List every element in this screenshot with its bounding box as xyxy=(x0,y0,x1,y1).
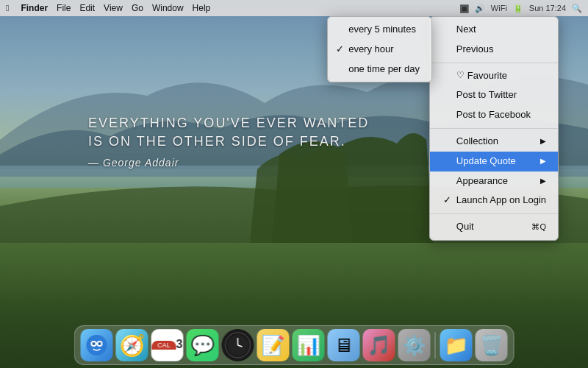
menu-appearance-label: Appearance xyxy=(456,174,508,189)
menu-quit-label: Quit xyxy=(456,219,474,235)
menubar-battery-icon[interactable]: 🔋 xyxy=(513,4,523,13)
menu-launch-login-label: Launch App on Login xyxy=(456,193,546,208)
svg-point-1 xyxy=(87,335,107,355)
menubar-file[interactable]: File xyxy=(57,3,71,13)
menubar-search-icon[interactable]: 🔍 xyxy=(572,4,582,13)
quote-text: EVERYTHING YOU'VE EVER WANTED IS ON THE … xyxy=(88,114,369,151)
main-context-menu: Next Previous ♡ Favourite Post to Twitte… xyxy=(429,16,559,241)
desktop:  Finder File Edit View Go Window Help ▣… xyxy=(0,0,588,368)
menu-appearance[interactable]: Appearance ▶ xyxy=(430,171,558,191)
launch-login-check: ✓ xyxy=(442,193,453,208)
menu-next-label: Next xyxy=(456,22,476,38)
menu-previous-label: Previous xyxy=(456,42,494,57)
menu-favourite[interactable]: ♡ Favourite xyxy=(430,66,558,86)
menubar-wifi-icon[interactable]: WiFi xyxy=(491,4,507,13)
dock-item-safari[interactable]: 🧭 xyxy=(116,329,148,361)
appearance-arrow: ▶ xyxy=(540,175,546,187)
menu-post-twitter[interactable]: Post to Twitter xyxy=(430,85,558,105)
menubar-view[interactable]: View xyxy=(104,3,123,13)
menubar-window[interactable]: Window xyxy=(152,3,184,13)
menu-post-twitter-label: Post to Twitter xyxy=(456,88,517,103)
submenu-everyhour[interactable]: ✓ every hour xyxy=(328,40,431,60)
dock-item-itunes[interactable]: 🎵 xyxy=(363,329,395,361)
menubar-app-icon[interactable]: ▣ xyxy=(459,2,469,14)
svg-point-5 xyxy=(98,342,101,345)
svg-point-4 xyxy=(93,342,96,345)
update-quote-submenu: every 5 minutes ✓ every hour one time pe… xyxy=(327,16,432,82)
dock-item-notes[interactable]: 📝 xyxy=(257,329,290,361)
submenu-every5-label: every 5 minutes xyxy=(348,22,416,38)
dock-item-clock[interactable] xyxy=(222,329,254,361)
menu-launch-login[interactable]: ✓ Launch App on Login xyxy=(430,191,558,210)
submenu-every5[interactable]: every 5 minutes xyxy=(328,20,431,40)
menu-previous[interactable]: Previous xyxy=(430,40,558,60)
dock-item-finder2[interactable]: 📁 xyxy=(440,329,473,361)
menubar-finder[interactable]: Finder xyxy=(21,3,48,13)
menu-sep3 xyxy=(430,213,558,214)
menu-sep2 xyxy=(430,128,558,129)
dock-item-messages[interactable]: 💬 xyxy=(187,329,219,361)
heart-icon: ♡ xyxy=(456,68,465,82)
menu-quit[interactable]: Quit ⌘Q xyxy=(430,217,558,237)
menu-collection[interactable]: Collection ▶ xyxy=(430,132,558,152)
dock-item-numbers[interactable]: 📊 xyxy=(293,329,325,361)
menubar-time: Sun 17:24 xyxy=(529,4,566,13)
dock-item-finder[interactable] xyxy=(81,329,113,361)
menubar-edit[interactable]: Edit xyxy=(79,3,95,13)
dock-item-trash[interactable]: 🗑️ xyxy=(476,329,508,361)
quote-author: — George Addair xyxy=(88,157,369,169)
menu-post-facebook-label: Post to Facebook xyxy=(456,107,531,123)
quote-container: EVERYTHING YOU'VE EVER WANTED IS ON THE … xyxy=(88,114,369,169)
quote-line2: IS ON THE OTHER SIDE OF FEAR. xyxy=(88,132,369,151)
dock-divider xyxy=(435,332,436,358)
update-quote-arrow: ▶ xyxy=(540,155,546,167)
menubar-go[interactable]: Go xyxy=(132,3,143,13)
apple-menu[interactable]:  xyxy=(6,3,9,13)
collection-arrow: ▶ xyxy=(540,135,546,147)
menubar-volume-icon[interactable]: 🔊 xyxy=(475,4,485,13)
menu-favourite-label: Favourite xyxy=(467,68,507,84)
submenu-onceperday[interactable]: one time per day xyxy=(328,60,431,79)
quit-shortcut: ⌘Q xyxy=(531,221,546,234)
menu-update-quote[interactable]: Update Quote ▶ xyxy=(430,152,558,171)
menu-post-facebook[interactable]: Post to Facebook xyxy=(430,105,558,125)
menubar:  Finder File Edit View Go Window Help ▣… xyxy=(0,0,588,16)
menu-next[interactable]: Next xyxy=(430,20,558,40)
dock-item-sysprefs[interactable]: ⚙️ xyxy=(398,329,431,361)
menu-update-quote-label: Update Quote xyxy=(456,154,516,169)
menu-sep1 xyxy=(430,63,558,63)
dock-item-calendar[interactable]: CAL 3 xyxy=(151,329,184,361)
submenu-everyhour-label: every hour xyxy=(348,42,393,57)
quote-line1: EVERYTHING YOU'VE EVER WANTED xyxy=(88,114,369,132)
dock: 🧭 CAL 3 💬 📝 📊 🖥 🎵 ⚙️ 📁 xyxy=(74,325,514,365)
submenu-onceperday-label: one time per day xyxy=(348,62,420,77)
dock-item-migration[interactable]: 🖥 xyxy=(328,329,360,361)
menubar-help[interactable]: Help xyxy=(193,3,211,13)
check-everyhour: ✓ xyxy=(334,42,345,57)
menu-collection-label: Collection xyxy=(456,134,498,149)
